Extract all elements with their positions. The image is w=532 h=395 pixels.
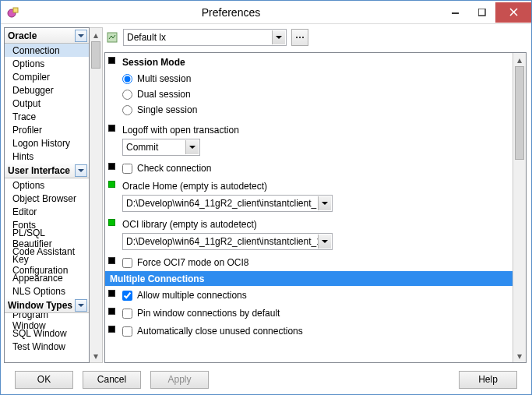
close-button[interactable] (495, 2, 531, 23)
scroll-thumb[interactable] (515, 66, 524, 160)
tree-scrollbar[interactable]: ▴ ▾ (90, 27, 103, 363)
svg-point-8 (299, 37, 301, 38)
tree-item[interactable]: Output (5, 97, 89, 110)
tree-item[interactable]: Program Window (5, 313, 89, 326)
scroll-thumb[interactable] (91, 41, 100, 69)
scroll-up-icon[interactable]: ▴ (90, 28, 102, 41)
chevron-down-icon[interactable] (185, 140, 199, 154)
marker-icon (108, 326, 115, 333)
scroll-down-icon[interactable]: ▾ (90, 349, 102, 362)
multiple-connections-header: Multiple Connections (105, 271, 513, 286)
cancel-button[interactable]: Cancel (83, 371, 141, 389)
marker-icon (108, 125, 115, 132)
tree-item[interactable]: Hints (5, 150, 89, 163)
chevron-down-icon[interactable] (272, 30, 285, 44)
pin-window-label: Pin window connections by default (137, 308, 280, 319)
tree-item[interactable]: NLS Options (5, 284, 89, 298)
title-bar: Preferences (1, 1, 531, 24)
force-oci7-checkbox[interactable] (122, 258, 132, 268)
marker-icon (108, 181, 115, 188)
tree-item[interactable]: Logon History (5, 136, 89, 150)
auto-close-checkbox[interactable] (122, 326, 132, 337)
svg-rect-2 (452, 12, 459, 14)
oracle-home-select[interactable]: D:\Develop\win64_11gR2_client\instantcli… (122, 195, 333, 212)
minimize-button[interactable] (442, 2, 469, 23)
pin-window-checkbox[interactable] (122, 309, 132, 319)
tree-item[interactable]: Editor (5, 205, 89, 218)
marker-icon (108, 57, 115, 64)
check-connection-label: Check connection (137, 163, 211, 174)
tree-section-header[interactable]: Window Types (5, 298, 89, 313)
tree-section-header[interactable]: Oracle (5, 28, 89, 44)
marker-icon (108, 163, 115, 170)
tree-item[interactable]: Test Window (5, 340, 89, 353)
profile-select[interactable]: Default lx (123, 29, 287, 46)
svg-rect-3 (478, 9, 485, 16)
marker-icon (108, 219, 115, 226)
oci-library-select[interactable]: D:\Develop\win64_11gR2_client\instantcli… (122, 233, 333, 250)
category-tree[interactable]: OracleConnectionOptionsCompilerDebuggerO… (4, 27, 90, 363)
tree-item[interactable]: Profiler (5, 123, 89, 136)
profile-icon (106, 31, 118, 44)
tree-item[interactable]: Options (5, 57, 89, 70)
profile-select-value: Default lx (127, 32, 166, 43)
apply-button[interactable]: Apply (150, 371, 209, 389)
tree-item[interactable]: Appearance (5, 271, 89, 284)
allow-multiple-label: Allow multiple connections (137, 290, 247, 301)
chevron-down-icon[interactable] (75, 299, 87, 312)
chevron-down-icon[interactable] (318, 196, 331, 210)
marker-icon (108, 290, 115, 297)
check-connection-checkbox[interactable] (122, 164, 132, 174)
svg-point-9 (302, 37, 304, 38)
allow-multiple-checkbox[interactable] (122, 291, 132, 301)
oci-library-label: OCI library (empty is autodetect) (122, 219, 508, 230)
radio-dual-session[interactable]: Dual session (122, 86, 508, 102)
tree-item[interactable]: Key Configuration (5, 258, 89, 271)
radio-multi-session[interactable]: Multi session (122, 71, 508, 86)
tree-item[interactable]: Object Browser (5, 192, 89, 205)
scroll-down-icon[interactable]: ▾ (513, 349, 526, 362)
window-title: Preferences (19, 6, 442, 19)
scroll-up-icon[interactable]: ▴ (513, 53, 526, 66)
ok-button[interactable]: OK (15, 371, 73, 389)
tree-item[interactable]: PL/SQL Beautifier (5, 231, 89, 245)
logoff-label: Logoff with open transaction (122, 125, 508, 136)
settings-panel: Session Mode Multi session Dual session … (105, 53, 513, 362)
oracle-home-label: Oracle Home (empty is autodetect) (122, 181, 508, 192)
tree-item[interactable]: Trace (5, 110, 89, 123)
chevron-down-icon[interactable] (75, 164, 87, 177)
svg-point-7 (296, 37, 298, 38)
tree-section-header[interactable]: User Interface (5, 163, 89, 178)
marker-icon (108, 257, 115, 264)
logoff-select[interactable]: Commit (122, 139, 200, 156)
force-oci7-label: Force OCI7 mode on OCI8 (137, 257, 248, 268)
profile-options-button[interactable] (291, 29, 308, 46)
chevron-down-icon[interactable] (75, 30, 87, 42)
profile-bar: Default lx (104, 27, 527, 48)
marker-icon (108, 308, 115, 315)
app-icon (7, 6, 19, 19)
radio-single-session[interactable]: Single session (122, 102, 508, 118)
tree-item[interactable]: SQL Window (5, 326, 89, 340)
tree-item[interactable]: Debugger (5, 83, 89, 97)
maximize-button[interactable] (469, 2, 495, 23)
panel-scrollbar[interactable]: ▴ ▾ (513, 53, 526, 362)
tree-item[interactable]: Connection (5, 44, 89, 57)
session-mode-label: Session Mode (122, 57, 508, 68)
auto-close-label: Automatically close unused connections (137, 326, 303, 337)
chevron-down-icon[interactable] (318, 235, 331, 249)
tree-item[interactable]: Options (5, 178, 89, 192)
svg-rect-1 (13, 8, 18, 12)
dialog-footer: OK Cancel Apply Help (1, 365, 531, 394)
tree-item[interactable]: Compiler (5, 70, 89, 83)
help-button[interactable]: Help (459, 371, 517, 389)
